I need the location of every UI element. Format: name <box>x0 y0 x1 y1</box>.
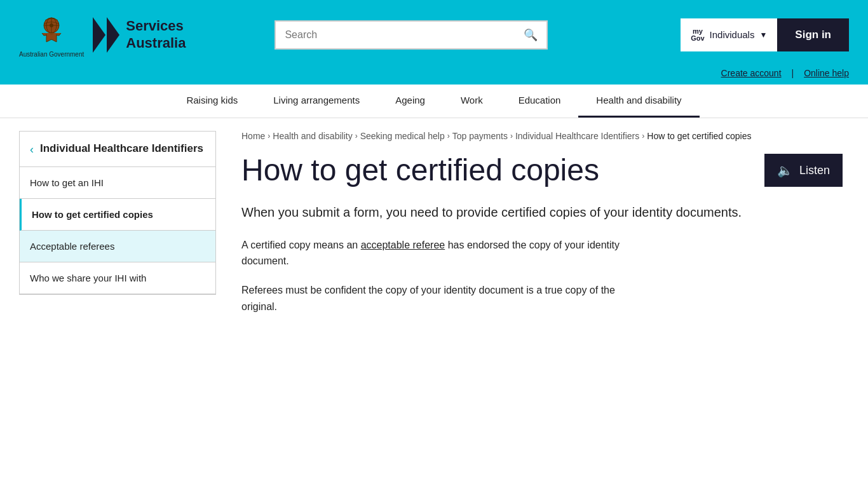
sidebar: ‹ Individual Healthcare Identifiers How … <box>19 131 216 295</box>
speaker-icon: 🔈 <box>777 163 793 178</box>
nav-item-raising-kids[interactable]: Raising kids <box>168 85 255 118</box>
sidebar-back-icon[interactable]: ‹ <box>30 143 34 156</box>
search-box[interactable]: 🔍 <box>275 20 548 50</box>
arrow-icon-1 <box>93 17 105 53</box>
body-paragraph-1: A certified copy means an acceptable ref… <box>241 237 648 269</box>
breadcrumb-sep-2: › <box>355 132 358 140</box>
content-wrapper: ‹ Individual Healthcare Identifiers How … <box>0 118 868 353</box>
arrow-icon-2 <box>107 17 119 53</box>
para1-prefix: A certified copy means an <box>241 240 361 250</box>
nav-item-ageing[interactable]: Ageing <box>377 85 443 118</box>
search-icon-button[interactable]: 🔍 <box>524 28 538 42</box>
chevron-down-icon: ▼ <box>759 30 767 39</box>
services-australia-logo: Services Australia <box>93 17 186 53</box>
services-arrows <box>93 17 119 53</box>
breadcrumb-current: How to get certified copies <box>647 131 751 141</box>
mygov-label: Individuals <box>710 29 755 40</box>
sidebar-link-who-we-share[interactable]: Who we share your IHI with <box>20 262 215 294</box>
sidebar-link-how-to-get-ihi[interactable]: How to get an IHI <box>20 167 215 199</box>
sidebar-title-text: Individual Healthcare Identifiers <box>40 142 203 156</box>
nav-item-education[interactable]: Education <box>501 85 579 118</box>
main-content: Home › Health and disability › Seeking m… <box>235 131 849 327</box>
main-nav: Raising kids Living arrangements Ageing … <box>0 85 868 118</box>
breadcrumb-sep-3: › <box>447 132 450 140</box>
mygov-button[interactable]: my Gov Individuals ▼ <box>681 18 777 51</box>
gov-logo: Australian Government <box>19 11 84 58</box>
services-text: Services Australia <box>126 18 186 51</box>
create-account-link[interactable]: Create account <box>721 68 782 78</box>
sidebar-link-acceptable-referees[interactable]: Acceptable referees <box>20 231 215 262</box>
svg-point-4 <box>50 24 53 27</box>
search-input[interactable] <box>285 29 524 41</box>
nav-item-work[interactable]: Work <box>443 85 501 118</box>
body-paragraph-2: Referees must be confident the copy of y… <box>241 282 648 315</box>
breadcrumb-sep-5: › <box>642 132 644 140</box>
nav-item-living-arrangements[interactable]: Living arrangements <box>255 85 377 118</box>
crest-icon <box>32 11 71 50</box>
breadcrumb-sep-1: › <box>268 132 270 140</box>
page-title: How to get certified copies <box>241 154 843 187</box>
gov-text-label: Australian Government <box>19 51 84 58</box>
sign-in-button[interactable]: Sign in <box>777 18 849 51</box>
breadcrumb-home[interactable]: Home <box>241 131 265 141</box>
mygov-logo: my Gov <box>691 28 704 42</box>
title-area: 🔈 Listen How to get certified copies <box>241 154 843 203</box>
listen-button[interactable]: 🔈 Listen <box>764 154 843 187</box>
breadcrumb: Home › Health and disability › Seeking m… <box>241 131 843 141</box>
sidebar-title-area: ‹ Individual Healthcare Identifiers <box>20 132 215 167</box>
listen-label: Listen <box>799 164 830 177</box>
breadcrumb-health-disability[interactable]: Health and disability <box>273 131 352 141</box>
breadcrumb-top-payments[interactable]: Top payments <box>452 131 508 141</box>
intro-paragraph: When you submit a form, you need to prov… <box>241 203 788 222</box>
sidebar-link-certified-copies[interactable]: How to get certified copies <box>20 199 215 231</box>
header-separator: | <box>792 68 794 78</box>
header-bottom: Create account | Online help <box>0 65 868 85</box>
header-right: my Gov Individuals ▼ Sign in <box>681 18 849 51</box>
online-help-link[interactable]: Online help <box>804 68 849 78</box>
acceptable-referee-link[interactable]: acceptable referee <box>361 240 445 250</box>
nav-item-health-disability[interactable]: Health and disability <box>578 85 699 118</box>
breadcrumb-sep-4: › <box>510 132 513 140</box>
search-area: 🔍 <box>275 20 548 50</box>
breadcrumb-ihi[interactable]: Individual Healthcare Identifiers <box>515 131 639 141</box>
breadcrumb-seeking-medical-help[interactable]: Seeking medical help <box>360 131 445 141</box>
logo-area: Australian Government Services Australia <box>19 11 186 58</box>
